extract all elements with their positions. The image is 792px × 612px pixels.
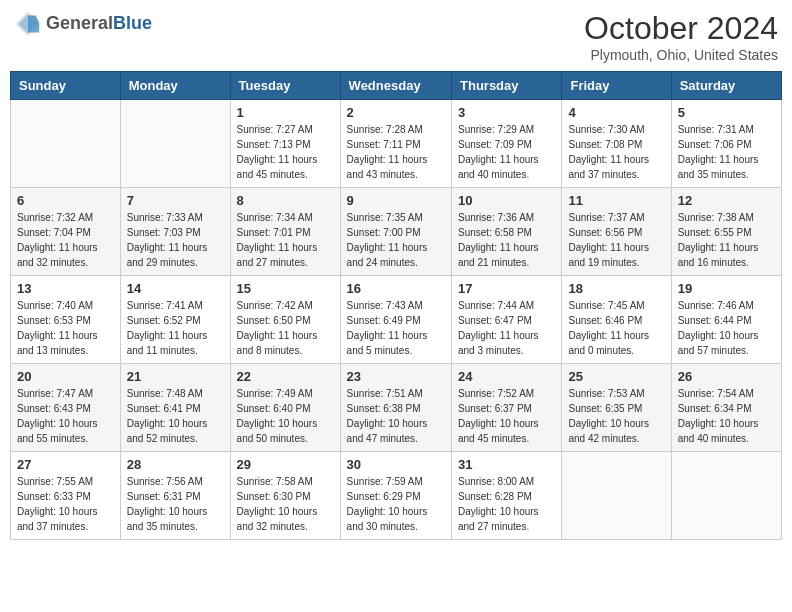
calendar-cell: 22Sunrise: 7:49 AMSunset: 6:40 PMDayligh… bbox=[230, 364, 340, 452]
day-info: Sunrise: 7:41 AMSunset: 6:52 PMDaylight:… bbox=[127, 298, 224, 358]
day-number: 14 bbox=[127, 281, 224, 296]
day-info: Sunrise: 7:40 AMSunset: 6:53 PMDaylight:… bbox=[17, 298, 114, 358]
calendar-cell: 12Sunrise: 7:38 AMSunset: 6:55 PMDayligh… bbox=[671, 188, 781, 276]
day-number: 15 bbox=[237, 281, 334, 296]
day-number: 12 bbox=[678, 193, 775, 208]
day-info: Sunrise: 7:51 AMSunset: 6:38 PMDaylight:… bbox=[347, 386, 445, 446]
day-info: Sunrise: 7:34 AMSunset: 7:01 PMDaylight:… bbox=[237, 210, 334, 270]
day-number: 23 bbox=[347, 369, 445, 384]
weekday-header-wednesday: Wednesday bbox=[340, 72, 451, 100]
day-number: 28 bbox=[127, 457, 224, 472]
calendar-table: SundayMondayTuesdayWednesdayThursdayFrid… bbox=[10, 71, 782, 540]
logo-icon bbox=[14, 10, 42, 38]
day-info: Sunrise: 7:30 AMSunset: 7:08 PMDaylight:… bbox=[568, 122, 664, 182]
day-number: 21 bbox=[127, 369, 224, 384]
day-info: Sunrise: 7:31 AMSunset: 7:06 PMDaylight:… bbox=[678, 122, 775, 182]
day-info: Sunrise: 7:59 AMSunset: 6:29 PMDaylight:… bbox=[347, 474, 445, 534]
day-info: Sunrise: 7:49 AMSunset: 6:40 PMDaylight:… bbox=[237, 386, 334, 446]
day-number: 26 bbox=[678, 369, 775, 384]
calendar-cell: 4Sunrise: 7:30 AMSunset: 7:08 PMDaylight… bbox=[562, 100, 671, 188]
day-number: 31 bbox=[458, 457, 555, 472]
weekday-header-sunday: Sunday bbox=[11, 72, 121, 100]
day-info: Sunrise: 7:47 AMSunset: 6:43 PMDaylight:… bbox=[17, 386, 114, 446]
day-info: Sunrise: 7:46 AMSunset: 6:44 PMDaylight:… bbox=[678, 298, 775, 358]
day-number: 1 bbox=[237, 105, 334, 120]
weekday-header-saturday: Saturday bbox=[671, 72, 781, 100]
day-number: 19 bbox=[678, 281, 775, 296]
calendar-cell bbox=[120, 100, 230, 188]
day-info: Sunrise: 7:37 AMSunset: 6:56 PMDaylight:… bbox=[568, 210, 664, 270]
calendar-cell: 5Sunrise: 7:31 AMSunset: 7:06 PMDaylight… bbox=[671, 100, 781, 188]
day-info: Sunrise: 7:42 AMSunset: 6:50 PMDaylight:… bbox=[237, 298, 334, 358]
day-number: 5 bbox=[678, 105, 775, 120]
logo-text: GeneralBlue bbox=[46, 14, 152, 34]
day-info: Sunrise: 7:33 AMSunset: 7:03 PMDaylight:… bbox=[127, 210, 224, 270]
calendar-cell: 18Sunrise: 7:45 AMSunset: 6:46 PMDayligh… bbox=[562, 276, 671, 364]
weekday-header-tuesday: Tuesday bbox=[230, 72, 340, 100]
page-header: GeneralBlue October 2024 Plymouth, Ohio,… bbox=[10, 10, 782, 63]
calendar-cell: 29Sunrise: 7:58 AMSunset: 6:30 PMDayligh… bbox=[230, 452, 340, 540]
day-number: 22 bbox=[237, 369, 334, 384]
calendar-cell: 16Sunrise: 7:43 AMSunset: 6:49 PMDayligh… bbox=[340, 276, 451, 364]
calendar-cell: 23Sunrise: 7:51 AMSunset: 6:38 PMDayligh… bbox=[340, 364, 451, 452]
day-number: 4 bbox=[568, 105, 664, 120]
calendar-cell: 2Sunrise: 7:28 AMSunset: 7:11 PMDaylight… bbox=[340, 100, 451, 188]
day-info: Sunrise: 7:38 AMSunset: 6:55 PMDaylight:… bbox=[678, 210, 775, 270]
calendar-cell: 27Sunrise: 7:55 AMSunset: 6:33 PMDayligh… bbox=[11, 452, 121, 540]
day-info: Sunrise: 7:53 AMSunset: 6:35 PMDaylight:… bbox=[568, 386, 664, 446]
day-info: Sunrise: 7:45 AMSunset: 6:46 PMDaylight:… bbox=[568, 298, 664, 358]
calendar-cell: 3Sunrise: 7:29 AMSunset: 7:09 PMDaylight… bbox=[452, 100, 562, 188]
day-info: Sunrise: 7:44 AMSunset: 6:47 PMDaylight:… bbox=[458, 298, 555, 358]
weekday-header-monday: Monday bbox=[120, 72, 230, 100]
month-year-title: October 2024 bbox=[584, 10, 778, 47]
day-number: 20 bbox=[17, 369, 114, 384]
day-info: Sunrise: 7:35 AMSunset: 7:00 PMDaylight:… bbox=[347, 210, 445, 270]
calendar-cell: 6Sunrise: 7:32 AMSunset: 7:04 PMDaylight… bbox=[11, 188, 121, 276]
day-number: 6 bbox=[17, 193, 114, 208]
day-number: 24 bbox=[458, 369, 555, 384]
calendar-cell: 25Sunrise: 7:53 AMSunset: 6:35 PMDayligh… bbox=[562, 364, 671, 452]
day-number: 2 bbox=[347, 105, 445, 120]
calendar-cell: 7Sunrise: 7:33 AMSunset: 7:03 PMDaylight… bbox=[120, 188, 230, 276]
calendar-cell: 21Sunrise: 7:48 AMSunset: 6:41 PMDayligh… bbox=[120, 364, 230, 452]
day-number: 29 bbox=[237, 457, 334, 472]
calendar-cell: 17Sunrise: 7:44 AMSunset: 6:47 PMDayligh… bbox=[452, 276, 562, 364]
calendar-cell: 11Sunrise: 7:37 AMSunset: 6:56 PMDayligh… bbox=[562, 188, 671, 276]
day-number: 11 bbox=[568, 193, 664, 208]
day-info: Sunrise: 7:28 AMSunset: 7:11 PMDaylight:… bbox=[347, 122, 445, 182]
day-number: 7 bbox=[127, 193, 224, 208]
weekday-header-row: SundayMondayTuesdayWednesdayThursdayFrid… bbox=[11, 72, 782, 100]
day-number: 10 bbox=[458, 193, 555, 208]
logo: GeneralBlue bbox=[14, 10, 152, 38]
day-number: 16 bbox=[347, 281, 445, 296]
calendar-cell: 14Sunrise: 7:41 AMSunset: 6:52 PMDayligh… bbox=[120, 276, 230, 364]
calendar-cell: 30Sunrise: 7:59 AMSunset: 6:29 PMDayligh… bbox=[340, 452, 451, 540]
calendar-cell: 31Sunrise: 8:00 AMSunset: 6:28 PMDayligh… bbox=[452, 452, 562, 540]
day-info: Sunrise: 7:43 AMSunset: 6:49 PMDaylight:… bbox=[347, 298, 445, 358]
day-number: 27 bbox=[17, 457, 114, 472]
calendar-cell: 28Sunrise: 7:56 AMSunset: 6:31 PMDayligh… bbox=[120, 452, 230, 540]
calendar-week-row: 6Sunrise: 7:32 AMSunset: 7:04 PMDaylight… bbox=[11, 188, 782, 276]
calendar-cell: 9Sunrise: 7:35 AMSunset: 7:00 PMDaylight… bbox=[340, 188, 451, 276]
calendar-cell: 24Sunrise: 7:52 AMSunset: 6:37 PMDayligh… bbox=[452, 364, 562, 452]
calendar-cell: 15Sunrise: 7:42 AMSunset: 6:50 PMDayligh… bbox=[230, 276, 340, 364]
day-number: 30 bbox=[347, 457, 445, 472]
calendar-cell: 10Sunrise: 7:36 AMSunset: 6:58 PMDayligh… bbox=[452, 188, 562, 276]
calendar-cell: 26Sunrise: 7:54 AMSunset: 6:34 PMDayligh… bbox=[671, 364, 781, 452]
day-number: 17 bbox=[458, 281, 555, 296]
calendar-cell bbox=[562, 452, 671, 540]
day-number: 25 bbox=[568, 369, 664, 384]
day-info: Sunrise: 7:32 AMSunset: 7:04 PMDaylight:… bbox=[17, 210, 114, 270]
day-info: Sunrise: 7:56 AMSunset: 6:31 PMDaylight:… bbox=[127, 474, 224, 534]
calendar-week-row: 13Sunrise: 7:40 AMSunset: 6:53 PMDayligh… bbox=[11, 276, 782, 364]
calendar-week-row: 27Sunrise: 7:55 AMSunset: 6:33 PMDayligh… bbox=[11, 452, 782, 540]
calendar-week-row: 1Sunrise: 7:27 AMSunset: 7:13 PMDaylight… bbox=[11, 100, 782, 188]
day-info: Sunrise: 7:58 AMSunset: 6:30 PMDaylight:… bbox=[237, 474, 334, 534]
weekday-header-thursday: Thursday bbox=[452, 72, 562, 100]
day-info: Sunrise: 7:27 AMSunset: 7:13 PMDaylight:… bbox=[237, 122, 334, 182]
day-info: Sunrise: 7:54 AMSunset: 6:34 PMDaylight:… bbox=[678, 386, 775, 446]
day-info: Sunrise: 7:36 AMSunset: 6:58 PMDaylight:… bbox=[458, 210, 555, 270]
day-number: 8 bbox=[237, 193, 334, 208]
day-info: Sunrise: 7:55 AMSunset: 6:33 PMDaylight:… bbox=[17, 474, 114, 534]
day-info: Sunrise: 7:29 AMSunset: 7:09 PMDaylight:… bbox=[458, 122, 555, 182]
